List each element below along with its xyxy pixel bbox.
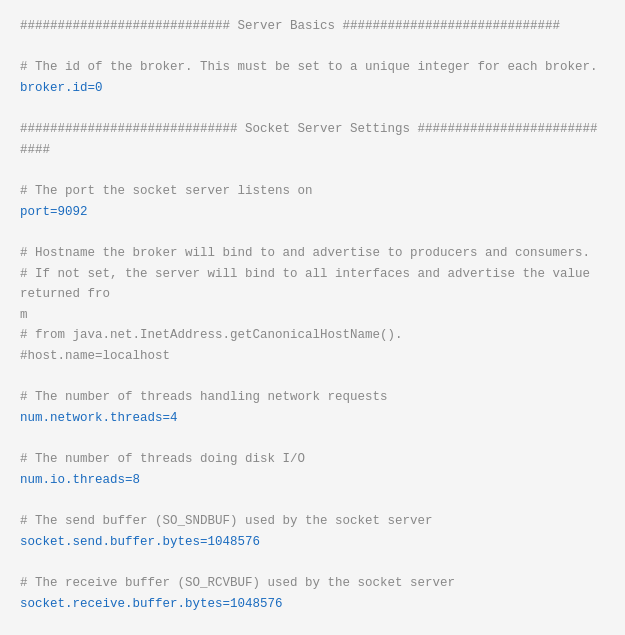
code-line: port=9092: [20, 202, 605, 223]
code-line: # The receive buffer (SO_RCVBUF) used by…: [20, 573, 605, 594]
code-line: ############################# Socket Ser…: [20, 119, 605, 160]
code-line: #host.name=localhost: [20, 346, 605, 367]
code-line: # If not set, the server will bind to al…: [20, 264, 605, 305]
code-line: # The send buffer (SO_SNDBUF) used by th…: [20, 511, 605, 532]
code-line: [20, 429, 605, 450]
code-content: ############################ Server Basi…: [20, 16, 605, 635]
code-line: # Hostname the broker will bind to and a…: [20, 243, 605, 264]
code-line: # from java.net.InetAddress.getCanonical…: [20, 325, 605, 346]
code-line: # The number of threads handling network…: [20, 387, 605, 408]
code-line: [20, 490, 605, 511]
code-line: num.network.threads=4: [20, 408, 605, 429]
code-line: # The id of the broker. This must be set…: [20, 57, 605, 78]
code-container: ############################ Server Basi…: [0, 0, 625, 635]
code-line: socket.send.buffer.bytes=1048576: [20, 532, 605, 553]
code-line: num.io.threads=8: [20, 470, 605, 491]
code-line: broker.id=0: [20, 78, 605, 99]
code-line: [20, 37, 605, 58]
code-line: [20, 614, 605, 635]
code-line: socket.receive.buffer.bytes=1048576: [20, 594, 605, 615]
code-line: m: [20, 305, 605, 326]
code-line: [20, 99, 605, 120]
code-line: [20, 222, 605, 243]
code-line: ############################ Server Basi…: [20, 16, 605, 37]
code-line: # The number of threads doing disk I/O: [20, 449, 605, 470]
code-line: [20, 160, 605, 181]
code-line: [20, 552, 605, 573]
code-line: [20, 367, 605, 388]
code-line: # The port the socket server listens on: [20, 181, 605, 202]
